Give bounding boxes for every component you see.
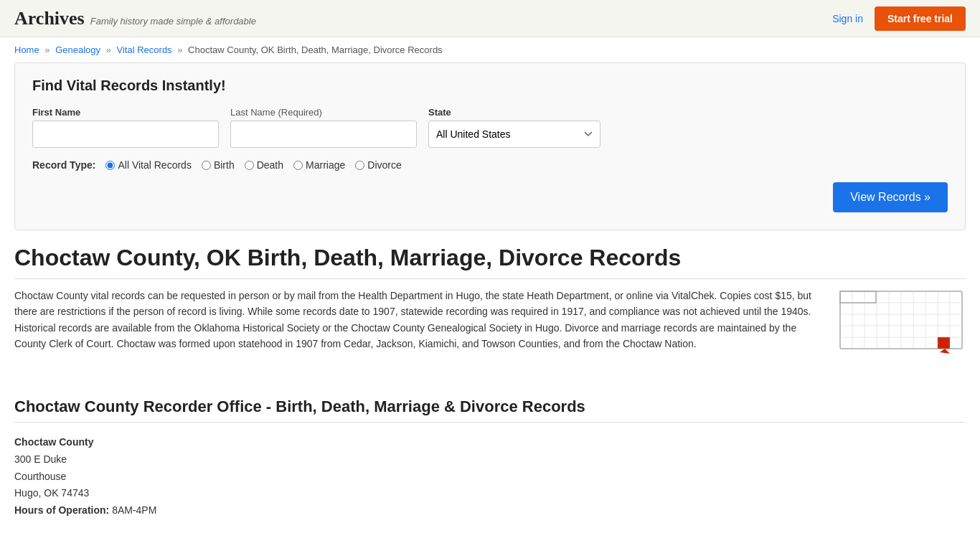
state-label: State [428,107,600,118]
radio-all-vital[interactable]: All Vital Records [105,159,191,171]
oklahoma-map [837,288,966,374]
description-text: Choctaw County vital records can be requ… [14,288,819,376]
record-type-row: Record Type: All Vital Records Birth Dea… [32,159,948,171]
address-line2: Courthouse [14,468,966,486]
address-line1: 300 E Duke [14,451,966,468]
first-name-group: First Name [32,107,219,148]
last-name-label: Last Name (Required) [230,107,417,118]
state-group: State All United StatesAlabamaAlaskaAriz… [428,107,600,148]
radio-divorce-label: Divorce [367,159,401,171]
breadcrumb-sep-3: » [177,44,182,55]
start-trial-button[interactable]: Start free trial [875,6,966,31]
radio-marriage-input[interactable] [293,161,303,170]
radio-birth-input[interactable] [202,161,211,170]
header: Archives Family history made simple & af… [0,0,980,37]
sign-in-link[interactable]: Sign in [832,13,863,24]
radio-marriage[interactable]: Marriage [293,159,345,171]
breadcrumb-sep-1: » [44,44,50,55]
hours-value: 8AM-4PM [112,504,156,516]
page-title: Choctaw County, OK Birth, Death, Marriag… [14,245,966,279]
search-btn-row: View Records » [32,182,948,212]
header-left: Archives Family history made simple & af… [14,8,256,29]
radio-death-input[interactable] [245,161,254,170]
radio-death[interactable]: Death [245,159,283,171]
radio-death-label: Death [257,159,283,171]
first-name-label: First Name [32,107,219,118]
svg-rect-14 [840,291,876,303]
breadcrumb-current: Choctaw County, OK Birth, Death, Marriag… [188,44,443,55]
state-select[interactable]: All United StatesAlabamaAlaskaArizonaArk… [428,121,600,148]
address-block: Choctaw County 300 E Duke Courthouse Hug… [14,434,966,519]
radio-divorce[interactable]: Divorce [355,159,401,171]
required-label: (Required) [278,107,322,118]
recorder-section: Choctaw County Recorder Office - Birth, … [14,397,966,519]
view-records-button[interactable]: View Records » [833,182,948,212]
tagline: Family history made simple & affordable [90,16,256,27]
svg-rect-15 [938,337,950,349]
search-fields: First Name Last Name (Required) State Al… [32,107,948,148]
last-name-group: Last Name (Required) [230,107,417,148]
map-container [837,288,966,376]
header-right: Sign in Start free trial [832,6,966,31]
radio-birth[interactable]: Birth [202,159,235,171]
radio-marriage-label: Marriage [306,159,345,171]
breadcrumb-genealogy[interactable]: Genealogy [55,44,100,55]
svg-marker-16 [940,349,950,354]
radio-divorce-input[interactable] [355,161,364,170]
breadcrumb: Home » Genealogy » Vital Records » Choct… [0,37,980,62]
last-name-input[interactable] [230,121,417,148]
logo: Archives [14,8,85,29]
radio-all-vital-label: All Vital Records [118,159,191,171]
hours-row: Hours of Operation: 8AM-4PM [14,502,966,519]
breadcrumb-sep-2: » [106,44,111,55]
main-content: Choctaw County, OK Birth, Death, Marriag… [0,245,980,519]
hours-label: Hours of Operation: [14,504,109,516]
radio-birth-label: Birth [214,159,235,171]
radio-all-vital-input[interactable] [105,161,115,170]
breadcrumb-home[interactable]: Home [14,44,39,55]
first-name-input[interactable] [32,121,219,148]
search-box: Find Vital Records Instantly! First Name… [14,62,966,230]
search-title: Find Vital Records Instantly! [32,77,948,94]
content-body: Choctaw County vital records can be requ… [14,288,966,376]
county-name: Choctaw County [14,434,966,451]
recorder-title: Choctaw County Recorder Office - Birth, … [14,397,966,423]
address-line3: Hugo, OK 74743 [14,485,966,502]
breadcrumb-vital-records[interactable]: Vital Records [117,44,172,55]
record-type-label: Record Type: [32,159,95,171]
